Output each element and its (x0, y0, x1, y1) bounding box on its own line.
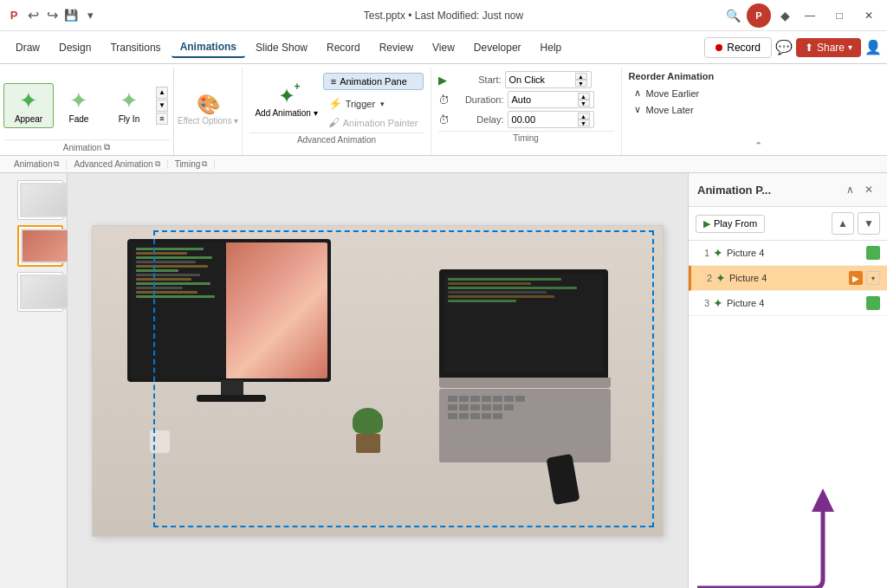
menu-record[interactable]: Record (318, 38, 369, 57)
menu-animations[interactable]: Animations (172, 37, 245, 58)
animation-group-tab[interactable]: Animation ⧉ (7, 159, 67, 169)
animation-group-expand[interactable]: ⧉ (104, 142, 110, 152)
slide-2-preview (23, 230, 74, 262)
redo-button[interactable]: ↪ (45, 9, 59, 23)
animation-pane-button[interactable]: ≡ Animation Pane (323, 73, 424, 90)
share-button[interactable]: ⬆ Share ▾ (796, 38, 861, 57)
menu-slideshow[interactable]: Slide Show (247, 38, 316, 57)
anim-dropdown-2[interactable]: ▾ (866, 271, 880, 285)
menu-review[interactable]: Review (371, 38, 422, 57)
key (482, 404, 491, 410)
move-earlier-button[interactable]: ∧ Move Earlier (629, 85, 762, 101)
desk-scene (93, 226, 663, 536)
menu-transitions[interactable]: Transitions (101, 38, 169, 57)
animation-flyin[interactable]: ✦ Fly In (104, 84, 154, 127)
presenter-icon[interactable]: 👤 (866, 41, 880, 55)
delay-spin-down[interactable]: ▼ (578, 120, 590, 126)
adv-expand-icon[interactable]: ⧉ (155, 159, 160, 169)
trigger-button[interactable]: ⚡ Trigger ▾ (323, 95, 424, 112)
scroll-down-button[interactable]: ▼ (156, 100, 168, 112)
pane-down-button[interactable]: ▼ (858, 212, 880, 235)
pane-up-button[interactable]: ▲ (832, 212, 854, 235)
slide-2-thumb[interactable] (17, 225, 63, 267)
start-label: Start: (454, 74, 502, 85)
undo-button[interactable]: ↩ (26, 9, 40, 23)
start-spin[interactable]: ▲ ▼ (575, 73, 587, 87)
delay-spin[interactable]: ▲ ▼ (578, 113, 590, 126)
move-later-icon: ∨ (634, 104, 641, 115)
duration-row: ⏱ Duration: Auto ▲ ▼ (438, 91, 614, 108)
user-avatar[interactable]: P (747, 3, 771, 28)
delay-spin-up[interactable]: ▲ (578, 113, 590, 120)
trigger-label: Trigger (346, 99, 375, 109)
animation-painter-button[interactable]: 🖌 Animation Painter (323, 114, 424, 131)
key (470, 413, 480, 419)
canvas-area[interactable] (68, 173, 688, 588)
animation-fade[interactable]: ✦ Fade (54, 84, 104, 127)
slide-canvas[interactable] (92, 225, 664, 537)
duration-spin-up[interactable]: ▲ (578, 93, 590, 100)
pane-collapse-button[interactable]: ∧ (840, 180, 859, 199)
effect-options-dropdown[interactable]: ▾ (234, 116, 238, 126)
record-label: Record (727, 42, 761, 54)
scroll-more-button[interactable]: ≡ (156, 113, 168, 125)
add-anim-dropdown[interactable]: ▾ (314, 108, 318, 118)
slide-1-thumb[interactable] (17, 180, 63, 220)
animation-appear[interactable]: ✦ Appear (3, 83, 54, 128)
anim-list-item-3[interactable]: 3 ✦ Picture 4 (689, 291, 887, 316)
menu-design[interactable]: Design (50, 38, 100, 57)
adv-animation-tab[interactable]: Advanced Animation ⧉ (67, 159, 167, 169)
menu-draw[interactable]: Draw (7, 38, 49, 57)
effect-options-icon: 🎨 (197, 94, 220, 116)
share-dropdown[interactable]: ▾ (848, 42, 852, 52)
menu-help[interactable]: Help (532, 38, 571, 57)
play-from-icon: ▶ (703, 218, 710, 229)
start-spin-up[interactable]: ▲ (575, 73, 587, 80)
duration-spin[interactable]: ▲ ▼ (578, 93, 590, 107)
start-spin-down[interactable]: ▼ (575, 80, 587, 87)
trigger-dropdown[interactable]: ▾ (380, 100, 385, 108)
duration-input[interactable]: Auto ▲ ▼ (508, 91, 594, 108)
start-dropdown[interactable]: On Click ▲ ▼ (505, 71, 592, 88)
timing-tab[interactable]: Timing ⧉ (168, 159, 216, 169)
menu-view[interactable]: View (424, 38, 463, 57)
slide-3-preview (22, 276, 74, 307)
timing-expand-icon[interactable]: ⧉ (202, 159, 207, 169)
comments-icon[interactable]: 💬 (777, 41, 791, 55)
animation-scroll: ▲ ▼ ≡ (156, 87, 168, 125)
add-animation-button[interactable]: ✦+ Add Animation ▾ (249, 82, 322, 120)
laptop-screen-inner (444, 275, 603, 372)
pane-close-button[interactable]: ✕ (859, 180, 878, 199)
slide-3-thumb[interactable] (17, 272, 63, 312)
move-later-button[interactable]: ∨ Move Later (629, 101, 762, 118)
anim-num-2: 2 (698, 273, 712, 283)
animation-expand-icon[interactable]: ⧉ (54, 159, 59, 169)
menu-right: Record 💬 ⬆ Share ▾ 👤 (704, 37, 880, 58)
maximize-button[interactable]: □ (828, 4, 851, 27)
lc-2 (448, 282, 531, 285)
anim-name-1: Picture 4 (727, 248, 863, 258)
scroll-up-button[interactable]: ▲ (156, 87, 168, 99)
save-button[interactable]: 💾 (64, 9, 78, 23)
record-button[interactable]: Record (704, 37, 772, 58)
play-from-button[interactable]: ▶ Play From (696, 215, 765, 233)
timing-group-label: Timing (438, 131, 614, 145)
anim-list-item-2[interactable]: 2 ✦ Picture 4 ▶ ▾ (689, 266, 887, 291)
more-commands[interactable]: ▾ (83, 9, 97, 23)
code-line-10 (136, 287, 183, 289)
search-icon[interactable]: 🔍 (726, 9, 740, 23)
duration-spin-down[interactable]: ▼ (578, 100, 590, 107)
close-button[interactable]: ✕ (858, 4, 880, 27)
minimize-button[interactable]: — (799, 4, 821, 27)
slide-1-container: 1 (3, 180, 63, 220)
effect-options-label: Effect Options ▾ (178, 116, 238, 126)
menu-bar: Draw Design Transitions Animations Slide… (0, 31, 887, 64)
reorder-collapse[interactable]: ⌃ (629, 140, 762, 153)
anim-list-item-1[interactable]: 1 ✦ Picture 4 (689, 241, 887, 266)
gem-icon[interactable]: ◆ (778, 9, 792, 23)
menu-developer[interactable]: Developer (465, 38, 530, 57)
code-line-1 (136, 248, 204, 250)
delay-input[interactable]: 00.00 ▲ ▼ (508, 111, 594, 128)
effect-options-btn[interactable]: 🎨 Effect Options ▾ (178, 71, 238, 148)
svg-marker-1 (812, 488, 834, 512)
